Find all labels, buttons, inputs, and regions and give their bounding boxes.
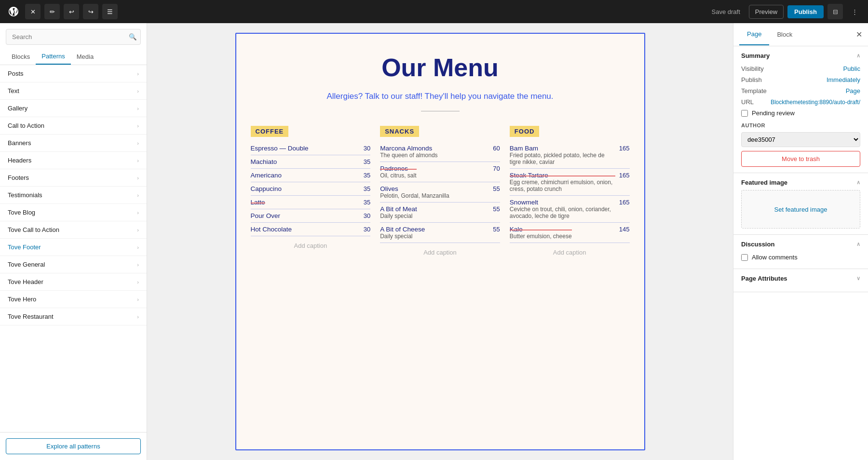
featured-image-header[interactable]: Featured image ∧ [741,179,860,186]
menu-subtitle: Allergies? Talk to our staff! They'll he… [251,92,630,101]
sidebar-item-tove-blog[interactable]: Tove Blog › [0,204,147,221]
menu-item-name: Cappucino [251,185,282,192]
tab-media[interactable]: Media [71,49,99,65]
url-value[interactable]: Blockthemetesting:8890/auto-draft/ [771,99,860,106]
menu-item-name: Padrones [380,165,416,172]
redo-button[interactable]: ↪ [83,4,98,19]
sidebar-item-footers[interactable]: Footers › [0,169,147,187]
topbar-left: ✕ ✏ ↩ ↪ ☰ [6,4,118,19]
sidebar-item-headers[interactable]: Headers › [0,152,147,169]
menu-item-americano: Americano 35 [251,169,371,182]
sidebar-toggle-button[interactable]: ⊟ [827,4,843,19]
options-button[interactable]: ⋮ [847,4,862,19]
page-attributes-header[interactable]: Page Attributes ∨ [741,275,860,282]
url-label: URL [741,98,754,106]
menu-item-price: 30 [364,212,370,219]
menu-item-desc: Egg creme, chimichurri emulsion, onion, … [510,179,615,192]
preview-button[interactable]: Preview [749,5,784,19]
visibility-row: Visibility Public [741,63,860,74]
allow-comments-checkbox[interactable] [741,254,748,261]
topbar: ✕ ✏ ↩ ↪ ☰ Save draft Preview Publish ⊟ ⋮ [0,0,868,23]
featured-image-chevron-icon: ∧ [856,179,860,186]
sidebar-item-call-to-action[interactable]: Call to Action › [0,117,147,135]
list-view-button[interactable]: ☰ [102,4,118,19]
edit-icon-btn[interactable]: ✏ [44,4,60,19]
save-draft-button[interactable]: Save draft [707,5,745,18]
sidebar-item-tove-hero[interactable]: Tove Hero › [0,291,147,308]
visibility-value[interactable]: Public [843,65,860,72]
sidebar-item-label: Tove Footer [8,244,41,251]
sidebar-item-tove-general[interactable]: Tove General › [0,256,147,273]
coffee-add-caption[interactable]: Add caption [251,236,371,255]
sidebar-item-label: Call to Action [8,122,44,129]
sidebar-item-label: Tove Hero [8,296,36,303]
sidebar-item-tove-footer[interactable]: Tove Footer › [0,239,147,256]
chevron-right-icon: › [137,175,139,181]
page-attributes-panel: Page Attributes ∨ [733,269,868,292]
right-sidebar-header: Page Block ✕ [733,23,868,46]
search-input[interactable] [6,29,141,45]
menu-item-desc: Ceviche on trout, chili, onion, coriande… [510,206,615,219]
menu-grid: COFFEE Espresso — Double 30 Machiato 35 … [251,126,630,262]
visibility-label: Visibility [741,65,764,72]
menu-item-bit-of-cheese: A Bit of Cheese Daily special 55 [380,223,500,243]
sidebar-item-tove-restaurant[interactable]: Tove Restaurant › [0,308,147,325]
summary-header[interactable]: Summary ∧ [741,52,860,59]
template-value[interactable]: Page [846,87,860,95]
sidebar-item-label: Testimonials [8,191,42,199]
summary-chevron-icon: ∧ [856,53,860,59]
menu-item-info: Snowmelt Ceviche on trout, chili, onion,… [510,199,615,219]
menu-item-pour-over: Pour Over 30 [251,209,371,223]
author-select[interactable]: dee35007 [741,132,860,147]
menu-item-top: Olives Pelotin, Gordal, Manzanilla 55 [380,185,500,199]
menu-item-top: Bam Bam Fried potato, pickled potato, le… [510,145,630,165]
tab-patterns[interactable]: Patterns [36,49,70,65]
sidebar-item-gallery[interactable]: Gallery › [0,100,147,117]
set-featured-image-button[interactable]: Set featured image [741,190,860,229]
summary-panel: Summary ∧ Visibility Public Publish Imme… [733,46,868,173]
menu-item-price: 30 [364,145,370,152]
sidebar-item-label: Tove Header [8,278,43,285]
sidebar-item-tove-call-to-action[interactable]: Tove Call to Action › [0,221,147,239]
close-button[interactable]: ✕ [25,4,41,19]
wp-logo-icon [6,4,21,19]
left-sidebar: 🔍 Blocks Patterns Media Posts › Text › G… [0,23,147,460]
menu-item-name: Americano [251,172,282,179]
sidebar-item-tove-header[interactable]: Tove Header › [0,273,147,291]
menu-item-price: 165 [619,172,630,179]
food-add-caption[interactable]: Add caption [510,243,630,262]
chevron-right-icon: › [137,279,139,285]
search-icon-button[interactable]: 🔍 [129,33,137,41]
publish-value[interactable]: Immediately [827,76,860,83]
template-row: Template Page [741,85,860,96]
discussion-header[interactable]: Discussion ∧ [741,241,860,248]
pending-review-checkbox[interactable] [741,110,748,117]
right-tab-page[interactable]: Page [739,24,769,45]
menu-item-steak-tartare: Steak Tartare Egg creme, chimichurri emu… [510,169,630,196]
right-tab-block[interactable]: Block [769,24,800,45]
right-sidebar-close-button[interactable]: ✕ [856,30,862,39]
menu-item-top: A Bit of Cheese Daily special 55 [380,226,500,240]
publish-button[interactable]: Publish [787,5,824,18]
sidebar-item-banners[interactable]: Banners › [0,135,147,152]
chevron-right-icon: › [137,123,139,129]
explore-all-patterns-button[interactable]: Explore all patterns [6,438,141,454]
menu-item-name: Hot Chocolate [251,226,292,233]
undo-button[interactable]: ↩ [64,4,79,19]
publish-label: Publish [741,76,762,83]
topbar-right: Save draft Preview Publish ⊟ ⋮ [707,4,862,19]
sidebar-item-text[interactable]: Text › [0,82,147,100]
snacks-add-caption[interactable]: Add caption [380,243,500,262]
sidebar-item-label: Tove Call to Action [8,226,59,233]
sidebar-list: Posts › Text › Gallery › Call to Action … [0,65,147,432]
main-area: 🔍 Blocks Patterns Media Posts › Text › G… [0,23,868,460]
chevron-right-icon: › [137,314,139,320]
tab-blocks[interactable]: Blocks [6,49,36,65]
discussion-chevron-icon: ∧ [856,241,860,247]
allow-comments-row: Allow comments [741,252,860,263]
sidebar-item-posts[interactable]: Posts › [0,65,147,82]
move-to-trash-button[interactable]: Move to trash [741,151,860,167]
menu-item-price: 30 [364,226,370,233]
sidebar-item-testimonials[interactable]: Testimonials › [0,187,147,204]
menu-item-name: Steak Tartare [510,172,615,179]
